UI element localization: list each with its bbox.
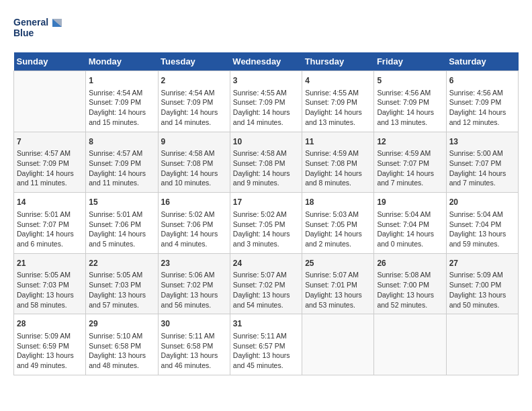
- day-number: 9: [161, 136, 227, 148]
- day-info: Sunrise: 5:08 AM: [377, 271, 431, 279]
- day-info: Daylight: 14 hours and 5 minutes.: [89, 230, 146, 248]
- day-number: 30: [161, 318, 227, 330]
- day-info: Daylight: 13 hours and 54 minutes.: [233, 291, 290, 309]
- day-info: Daylight: 13 hours and 53 minutes.: [305, 291, 362, 309]
- day-info: Sunset: 7:07 PM: [377, 159, 429, 167]
- day-info: Sunrise: 5:09 AM: [449, 271, 503, 279]
- day-cell: 5Sunrise: 4:56 AMSunset: 7:09 PMDaylight…: [374, 71, 446, 132]
- day-info: Sunset: 7:02 PM: [161, 281, 214, 289]
- day-info: Daylight: 13 hours and 46 minutes.: [161, 351, 218, 369]
- day-cell: 23Sunrise: 5:06 AMSunset: 7:02 PMDayligh…: [158, 253, 230, 314]
- day-cell: 25Sunrise: 5:07 AMSunset: 7:01 PMDayligh…: [302, 253, 374, 314]
- day-number: 2: [161, 75, 227, 87]
- day-info: Sunrise: 5:05 AM: [89, 271, 142, 279]
- day-info: Sunset: 7:09 PM: [449, 98, 502, 106]
- day-info: Sunrise: 4:54 AM: [161, 89, 215, 97]
- day-cell: 27Sunrise: 5:09 AMSunset: 7:00 PMDayligh…: [446, 253, 518, 314]
- day-cell: 9Sunrise: 4:58 AMSunset: 7:08 PMDaylight…: [158, 132, 230, 193]
- day-info: Daylight: 14 hours and 11 minutes.: [89, 169, 146, 187]
- day-cell: 18Sunrise: 5:03 AMSunset: 7:05 PMDayligh…: [302, 193, 374, 254]
- calendar-body: 1Sunrise: 4:54 AMSunset: 7:09 PMDaylight…: [14, 71, 519, 375]
- day-info: Sunset: 7:01 PM: [305, 281, 357, 289]
- week-row-4: 21Sunrise: 5:05 AMSunset: 7:03 PMDayligh…: [14, 253, 519, 314]
- header-cell-monday: Monday: [86, 52, 158, 71]
- day-cell: [14, 71, 86, 132]
- day-cell: 22Sunrise: 5:05 AMSunset: 7:03 PMDayligh…: [86, 253, 158, 314]
- day-cell: 29Sunrise: 5:10 AMSunset: 6:58 PMDayligh…: [86, 314, 158, 375]
- day-info: Daylight: 14 hours and 9 minutes.: [233, 169, 290, 187]
- day-cell: 11Sunrise: 4:59 AMSunset: 7:08 PMDayligh…: [302, 132, 374, 193]
- day-number: 8: [89, 136, 154, 148]
- day-info: Sunset: 7:04 PM: [449, 220, 502, 228]
- day-info: Sunset: 7:09 PM: [161, 98, 214, 106]
- day-info: Sunrise: 5:11 AM: [233, 332, 287, 340]
- day-cell: 7Sunrise: 4:57 AMSunset: 7:09 PMDaylight…: [14, 132, 86, 193]
- day-info: Sunset: 7:09 PM: [233, 98, 285, 106]
- day-info: Sunset: 7:09 PM: [377, 98, 429, 106]
- day-info: Sunrise: 4:54 AM: [89, 89, 142, 97]
- day-info: Sunset: 7:05 PM: [233, 220, 285, 228]
- day-info: Sunrise: 4:55 AM: [233, 89, 287, 97]
- day-info: Daylight: 13 hours and 58 minutes.: [17, 291, 74, 309]
- day-info: Sunset: 7:06 PM: [89, 220, 141, 228]
- day-info: Sunrise: 5:06 AM: [161, 271, 215, 279]
- day-number: 4: [305, 75, 371, 87]
- day-number: 16: [161, 197, 227, 208]
- day-number: 13: [449, 136, 515, 148]
- day-info: Daylight: 14 hours and 13 minutes.: [377, 108, 434, 126]
- day-info: Sunrise: 4:57 AM: [17, 149, 71, 157]
- day-cell: 2Sunrise: 4:54 AMSunset: 7:09 PMDaylight…: [158, 71, 230, 132]
- day-info: Daylight: 14 hours and 14 minutes.: [233, 108, 290, 126]
- header-cell-friday: Friday: [374, 52, 446, 71]
- day-info: Sunrise: 4:58 AM: [161, 149, 215, 157]
- day-cell: 19Sunrise: 5:04 AMSunset: 7:04 PMDayligh…: [374, 193, 446, 254]
- logo: General Blue: [13, 13, 67, 46]
- day-info: Daylight: 14 hours and 8 minutes.: [305, 169, 362, 187]
- day-info: Sunset: 6:59 PM: [17, 342, 69, 350]
- day-cell: 10Sunrise: 4:58 AMSunset: 7:08 PMDayligh…: [230, 132, 302, 193]
- day-info: Sunset: 7:08 PM: [305, 159, 357, 167]
- day-info: Sunrise: 4:55 AM: [305, 89, 359, 97]
- day-info: Sunrise: 5:07 AM: [233, 271, 287, 279]
- day-number: 27: [449, 258, 515, 269]
- day-cell: 15Sunrise: 5:01 AMSunset: 7:06 PMDayligh…: [86, 193, 158, 254]
- day-info: Daylight: 14 hours and 10 minutes.: [161, 169, 218, 187]
- day-info: Sunset: 6:58 PM: [89, 342, 141, 350]
- header-cell-sunday: Sunday: [14, 52, 86, 71]
- header-row: SundayMondayTuesdayWednesdayThursdayFrid…: [14, 52, 519, 71]
- day-number: 6: [449, 75, 515, 87]
- day-info: Sunset: 7:03 PM: [89, 281, 141, 289]
- svg-text:Blue: Blue: [13, 28, 34, 38]
- day-info: Daylight: 14 hours and 7 minutes.: [449, 169, 506, 187]
- day-info: Sunset: 7:09 PM: [89, 98, 141, 106]
- page-header: General Blue: [13, 13, 519, 46]
- day-cell: 8Sunrise: 4:57 AMSunset: 7:09 PMDaylight…: [86, 132, 158, 193]
- day-cell: 13Sunrise: 5:00 AMSunset: 7:07 PMDayligh…: [446, 132, 518, 193]
- day-number: 18: [305, 197, 371, 208]
- day-info: Sunrise: 5:00 AM: [449, 149, 503, 157]
- day-info: Sunset: 7:08 PM: [161, 159, 214, 167]
- day-number: 23: [161, 258, 227, 269]
- day-number: 22: [89, 258, 154, 269]
- day-cell: 21Sunrise: 5:05 AMSunset: 7:03 PMDayligh…: [14, 253, 86, 314]
- day-cell: 6Sunrise: 4:56 AMSunset: 7:09 PMDaylight…: [446, 71, 518, 132]
- day-info: Sunset: 7:03 PM: [17, 281, 69, 289]
- day-info: Sunrise: 4:59 AM: [305, 149, 359, 157]
- day-info: Daylight: 13 hours and 52 minutes.: [377, 291, 434, 309]
- calendar-table: SundayMondayTuesdayWednesdayThursdayFrid…: [13, 52, 519, 375]
- day-info: Sunset: 6:57 PM: [233, 342, 285, 350]
- day-info: Daylight: 13 hours and 50 minutes.: [449, 291, 506, 309]
- header-cell-saturday: Saturday: [446, 52, 518, 71]
- day-info: Sunrise: 4:56 AM: [377, 89, 431, 97]
- day-info: Sunrise: 5:04 AM: [449, 210, 503, 218]
- day-info: Daylight: 13 hours and 48 minutes.: [89, 351, 146, 369]
- day-number: 11: [305, 136, 371, 148]
- header-cell-thursday: Thursday: [302, 52, 374, 71]
- day-number: 20: [449, 197, 515, 208]
- day-number: 7: [17, 136, 83, 148]
- day-info: Daylight: 14 hours and 7 minutes.: [377, 169, 434, 187]
- day-number: 12: [377, 136, 443, 148]
- day-info: Sunrise: 4:59 AM: [377, 149, 431, 157]
- day-number: 29: [89, 318, 154, 330]
- day-info: Sunset: 7:09 PM: [305, 98, 357, 106]
